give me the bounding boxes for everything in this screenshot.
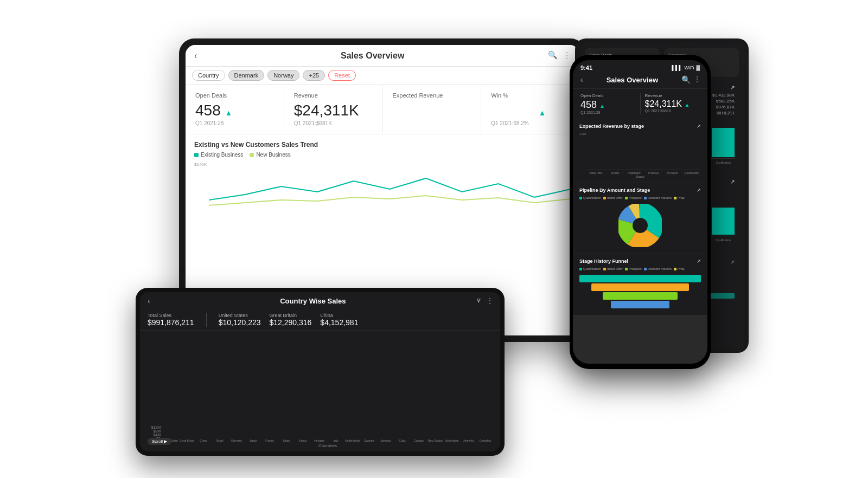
phone-pipeline-title-text: Pipeline By Amount and Stage bbox=[579, 188, 650, 193]
bl-uz: Uzbekistan bbox=[444, 439, 459, 442]
tablet-kpi-row: Open Deals 458 ▲ Q1 2021:28 Revenue $24,… bbox=[186, 85, 579, 134]
kpi-win-pct: Win % 76.3% ▲ Q1 2021:68.2% bbox=[481, 85, 579, 134]
legend-new: New Business bbox=[250, 152, 290, 158]
kpi-open-deals-label: Open Deals bbox=[195, 92, 274, 99]
dp-xl-6: Qualification bbox=[712, 161, 735, 164]
dp-rev-val-1: $1,432,98K bbox=[712, 93, 735, 98]
phone-pie-chart bbox=[618, 204, 662, 247]
y-8m: $8M bbox=[153, 429, 161, 433]
phone-fleg-label-1: Qualification bbox=[583, 267, 601, 270]
phone-land-kpi-total-value: $991,876,211 bbox=[148, 318, 194, 327]
phone-kpi-divider bbox=[640, 93, 641, 114]
kpi-revenue-sub: Q1 2021:$681K bbox=[294, 120, 373, 126]
bl-se: Sweden bbox=[362, 439, 377, 442]
phone-exp-x-labels: Initial Offer Needs Negotiation Proposal… bbox=[579, 171, 701, 175]
phone-y-top: 1,000 bbox=[579, 132, 586, 135]
dp-pipeline-expand-icon[interactable]: ↗ bbox=[730, 179, 735, 185]
bl-jp: Japan bbox=[246, 439, 261, 442]
phone-status-bar: 9:41 ▌▌▌ WiFi ▓ bbox=[573, 60, 707, 73]
dp-rev-val-4: $616,211 bbox=[717, 111, 735, 115]
phone-kpi-rev-label: Revenue bbox=[645, 93, 700, 98]
kpi-open-deals-sub: Q1 2021:28 bbox=[195, 120, 274, 126]
phone-funnel-legend: Qualification Initial Offer Prospect bbox=[579, 267, 701, 270]
phone-exp-rev-section: Expected Revenue by stage ↗ 1,000 bbox=[573, 119, 707, 183]
search-icon[interactable]: 🔍 bbox=[548, 50, 557, 61]
phone-xl-5: Prospect bbox=[663, 171, 681, 175]
funnel-bar-2 bbox=[591, 283, 688, 291]
bl-es: Spain bbox=[279, 439, 294, 442]
kpi-expected-rev: Expected Revenue bbox=[383, 85, 482, 134]
phone-land-filter-icon[interactable]: ⛛ bbox=[476, 297, 482, 305]
phone-fleg-label-5: Prop bbox=[678, 267, 685, 270]
filter-reset[interactable]: Reset bbox=[328, 70, 356, 81]
phone-land-bar-labels: United States Great Britain China Brazil… bbox=[163, 439, 493, 442]
phone-leg-dot-1 bbox=[579, 197, 582, 199]
dp-rev-val-2: $582,25K bbox=[716, 99, 735, 104]
phone-land-title: Country Wise Sales bbox=[150, 297, 476, 305]
phone-fleg-dot-2 bbox=[603, 268, 606, 270]
phone-land-more-icon[interactable]: ⋮ bbox=[487, 297, 493, 305]
phone-exp-rev-title-text: Expected Revenue by stage bbox=[579, 124, 644, 129]
phone-leg-label-1: Qualification bbox=[583, 196, 601, 199]
phone-y-axis: 1,000 bbox=[579, 132, 586, 170]
phone-leg-dot-5 bbox=[674, 197, 676, 199]
filter-country[interactable]: Country bbox=[192, 70, 225, 81]
y-axis-top: $140K bbox=[194, 162, 207, 167]
filter-norway[interactable]: Norway bbox=[267, 70, 299, 81]
phone-fleg-label-3: Prospect bbox=[629, 267, 642, 270]
legend-dot-new bbox=[250, 153, 254, 157]
phone-fleg-dot-4 bbox=[644, 268, 647, 270]
kpi-win-pct-label: Win % bbox=[491, 92, 570, 99]
phone-leg-4: Decision makers bbox=[644, 196, 672, 199]
y-12m: $12M bbox=[151, 425, 161, 429]
filter-more[interactable]: +25 bbox=[303, 70, 325, 81]
bl-it: Italy bbox=[328, 439, 343, 442]
phone-fleg-2: Initial Offer bbox=[603, 267, 623, 270]
bl-cn: China bbox=[196, 439, 211, 442]
phone-funnel-title: Stage History Funnel ↗ bbox=[579, 259, 701, 264]
dp-bar-6 bbox=[712, 128, 735, 157]
funnel-bar-4 bbox=[611, 301, 669, 308]
bl-am: Armenia bbox=[461, 439, 476, 442]
dp-exp-rev-expand-icon[interactable]: ↗ bbox=[730, 85, 735, 91]
phone-land-kpi-china-value: $4,152,981 bbox=[320, 318, 358, 327]
phone-portrait: 9:41 ▌▌▌ WiFi ▓ ‹ Sales Overview 🔍 ⋮ bbox=[570, 55, 711, 369]
y-4m: $4M bbox=[153, 433, 161, 437]
phone-more-icon[interactable]: ⋮ bbox=[694, 75, 700, 84]
kpi-win-pct-value: 76.3% ▲ bbox=[491, 102, 570, 119]
bl-nl: Netherlands bbox=[345, 439, 360, 442]
phone-exp-x-axis-label: Stage bbox=[579, 175, 701, 178]
phone-funnel-section: Stage History Funnel ↗ Qualification Ini… bbox=[573, 254, 707, 315]
phone-search-icon[interactable]: 🔍 bbox=[681, 75, 691, 84]
tablet-header: ‹ Sales Overview 🔍 ⋮ bbox=[186, 45, 579, 67]
kpi-open-deals: Open Deals 458 ▲ Q1 2021:28 bbox=[186, 85, 284, 134]
phone-pipeline-expand[interactable]: ↗ bbox=[697, 188, 701, 193]
phone-leg-dot-3 bbox=[625, 197, 628, 199]
phone-fleg-4: Decision makers bbox=[644, 267, 672, 270]
bl-de: Germany bbox=[229, 439, 244, 442]
dp-rev-expand-icon[interactable]: ↗ bbox=[730, 260, 735, 265]
phone-land-bars bbox=[163, 437, 493, 438]
phone-land-header: ‹ Country Wise Sales ⛛ ⋮ bbox=[140, 292, 500, 309]
chart-legend: Existing Business New Business bbox=[194, 152, 571, 158]
bl-ke: Kenya bbox=[295, 439, 310, 442]
tablet-title: Sales Overview bbox=[197, 51, 548, 61]
phone-header: ‹ Sales Overview 🔍 ⋮ bbox=[573, 73, 707, 89]
phone-exp-rev-expand[interactable]: ↗ bbox=[697, 124, 701, 129]
signal-icon: ▌▌▌ bbox=[672, 65, 682, 70]
kpi-expected-rev-label: Expected Revenue bbox=[393, 92, 471, 99]
phone-leg-2: Initial Offer bbox=[603, 196, 623, 199]
phone-land-divider bbox=[206, 313, 207, 327]
scroll-button[interactable]: Scroll ▶ bbox=[148, 438, 171, 445]
phone-land-kpi-us: United States $10,120,223 bbox=[219, 313, 261, 327]
more-icon[interactable]: ⋮ bbox=[563, 50, 571, 61]
phone-landscape-screen: ‹ Country Wise Sales ⛛ ⋮ Total Sales $99… bbox=[140, 292, 500, 451]
filter-denmark[interactable]: Denmark bbox=[228, 70, 265, 81]
phone-pie-container bbox=[579, 202, 701, 249]
arrow-up-icon: ▲ bbox=[225, 108, 233, 117]
phone-land-kpi-us-label: United States bbox=[219, 313, 261, 318]
phone-xl-2: Needs bbox=[606, 171, 624, 175]
phone-pipeline-legend: Qualification Initial Offer Prospect bbox=[579, 196, 701, 199]
phone-funnel-expand[interactable]: ↗ bbox=[697, 259, 701, 264]
kpi-revenue-value: $24,311K bbox=[294, 102, 373, 119]
